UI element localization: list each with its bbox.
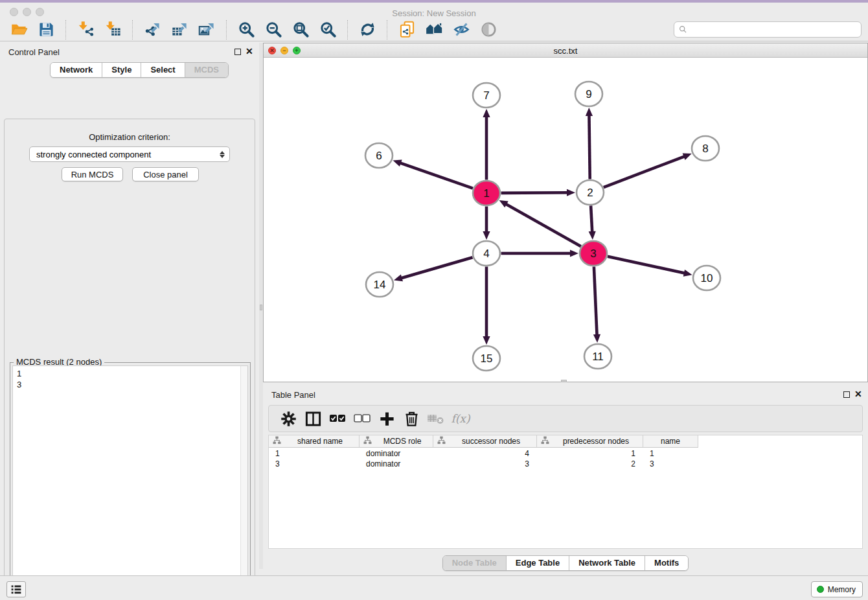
tab-node-table[interactable]: Node Table — [443, 556, 507, 570]
edge-3-11[interactable] — [593, 266, 600, 343]
column-header-successor-nodes[interactable]: successor nodes — [433, 435, 537, 448]
node-label: 11 — [592, 351, 604, 363]
table-panel-close-icon[interactable]: ✕ — [854, 389, 862, 399]
column-header-name[interactable]: name — [643, 435, 698, 448]
add-column-icon[interactable] — [375, 408, 398, 430]
hierarchy-icon — [363, 436, 372, 446]
tab-style[interactable]: Style — [102, 63, 141, 77]
hide-details-icon[interactable] — [450, 19, 473, 40]
control-panel-close-icon[interactable]: ✕ — [246, 46, 253, 56]
table-cell[interactable]: dominator — [360, 459, 433, 469]
tab-network-table[interactable]: Network Table — [569, 556, 645, 570]
export-image-icon[interactable] — [195, 19, 218, 40]
edge-4-3[interactable] — [501, 249, 579, 257]
edge-2-9[interactable] — [586, 108, 593, 179]
edge-2-3[interactable] — [589, 205, 596, 240]
task-history-button[interactable] — [6, 581, 26, 597]
table-panel-title: Table Panel — [271, 390, 315, 400]
mcds-result-list[interactable]: 13 — [12, 365, 248, 600]
horizontal-splitter-grip[interactable] — [561, 380, 567, 382]
toolbar-separator — [347, 20, 348, 40]
node-3[interactable]: 3 — [580, 241, 607, 266]
column-header-MCDS-role[interactable]: MCDS role — [360, 435, 433, 448]
node-4[interactable]: 4 — [473, 241, 500, 266]
table-row[interactable]: 3dominator323 — [269, 459, 698, 469]
column-header-shared-name[interactable]: shared name — [269, 435, 360, 448]
memory-button[interactable]: Memory — [811, 581, 863, 597]
node-11[interactable]: 11 — [584, 344, 611, 369]
node-1[interactable]: 1 — [473, 181, 500, 205]
edge-3-10[interactable] — [608, 257, 692, 277]
node-6[interactable]: 6 — [365, 143, 393, 168]
table-cell[interactable]: 2 — [537, 459, 643, 469]
table-row[interactable]: 1dominator411 — [269, 448, 698, 459]
tab-select[interactable]: Select — [141, 63, 185, 77]
zoom-selected-icon[interactable] — [316, 19, 339, 40]
edge-1-4[interactable] — [483, 207, 490, 240]
node-7[interactable]: 7 — [473, 83, 500, 108]
new-network-from-selection-icon[interactable] — [395, 19, 418, 40]
toolbar-separator — [226, 20, 227, 40]
import-table-icon[interactable] — [101, 19, 124, 40]
node-8[interactable]: 8 — [692, 136, 719, 161]
tab-motifs[interactable]: Motifs — [645, 556, 688, 570]
search-input[interactable] — [690, 23, 861, 36]
list-icon — [10, 584, 23, 595]
node-10[interactable]: 10 — [693, 266, 720, 290]
show-columns-icon[interactable] — [301, 408, 325, 430]
mcds-result-node: 3 — [17, 379, 244, 390]
node-15[interactable]: 15 — [473, 346, 500, 371]
close-panel-button[interactable]: Close panel — [132, 167, 199, 181]
network-canvas[interactable]: 7968124314101511 — [264, 58, 867, 382]
tab-network[interactable]: Network — [51, 63, 102, 77]
delete-column-icon[interactable] — [400, 408, 423, 430]
network-window-titlebar[interactable]: ✕ − + scc.txt — [264, 43, 867, 58]
zoom-in-icon[interactable] — [234, 19, 258, 40]
control-panel: Control Panel ✕ NetworkStyleSelectMCDS O… — [0, 43, 259, 569]
export-table-icon[interactable] — [168, 19, 191, 40]
optimization-criterion-select[interactable]: strongly connected component — [29, 146, 230, 162]
edge-1-2[interactable] — [501, 189, 575, 196]
toolbar-separator — [65, 20, 66, 40]
search-box[interactable] — [674, 21, 862, 38]
column-header-predecessor-nodes[interactable]: predecessor nodes — [537, 435, 643, 448]
edge-1-7[interactable] — [483, 109, 490, 180]
table-cell[interactable]: 1 — [537, 448, 643, 459]
import-network-icon[interactable] — [74, 19, 97, 40]
table-panel-float-icon[interactable] — [843, 391, 850, 398]
tab-edge-table[interactable]: Edge Table — [507, 556, 569, 570]
zoom-fit-icon[interactable] — [289, 19, 312, 40]
tab-mcds[interactable]: MCDS — [185, 63, 228, 77]
table-cell[interactable]: 3 — [269, 459, 360, 469]
column-header-label: MCDS role — [372, 437, 433, 446]
apply-layout-icon[interactable] — [356, 19, 379, 40]
gear-icon[interactable] — [277, 408, 300, 430]
node-14[interactable]: 14 — [366, 272, 393, 297]
open-folder-icon[interactable] — [7, 19, 30, 40]
zoom-out-icon[interactable] — [262, 19, 285, 40]
table-cell[interactable]: 3 — [643, 459, 698, 469]
run-mcds-button[interactable]: Run MCDS — [62, 167, 123, 181]
save-session-icon[interactable] — [34, 19, 58, 40]
edge-3-1[interactable] — [499, 200, 581, 246]
mcds-result-node: 1 — [17, 368, 244, 379]
mcds-result-group: MCDS result (2 nodes) 13 — [10, 362, 251, 600]
table-cell[interactable]: dominator — [360, 448, 433, 459]
select-all-icon[interactable] — [326, 408, 349, 430]
deselect-all-icon[interactable] — [350, 408, 374, 430]
edge-4-14[interactable] — [394, 257, 473, 281]
first-neighbors-icon[interactable] — [422, 19, 446, 40]
table-cell[interactable]: 1 — [269, 448, 360, 459]
table-cell[interactable]: 3 — [433, 459, 537, 469]
edge-1-6[interactable] — [393, 160, 473, 189]
table-tabs: Node TableEdge TableNetwork TableMotifs — [442, 555, 689, 571]
table-cell[interactable]: 1 — [643, 448, 698, 459]
result-scrollbar[interactable] — [240, 366, 247, 600]
edge-4-15[interactable] — [483, 267, 490, 345]
node-9[interactable]: 9 — [575, 82, 602, 106]
export-network-icon[interactable] — [141, 19, 164, 40]
table-cell[interactable]: 4 — [433, 448, 537, 459]
control-panel-float-icon[interactable] — [234, 49, 241, 55]
edge-2-8[interactable] — [604, 154, 692, 188]
node-2[interactable]: 2 — [577, 180, 604, 205]
